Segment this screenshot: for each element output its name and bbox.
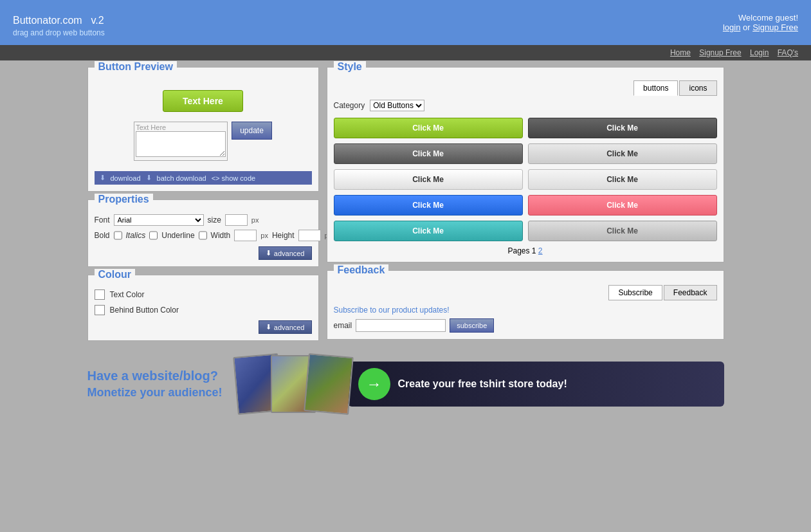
or-text: or [743, 23, 751, 32]
colour-advanced-button[interactable]: ⬇ advanced [259, 320, 312, 334]
style-btn-9[interactable]: Click Me [528, 221, 717, 241]
site-title: Buttonator.com v.2 [13, 8, 105, 28]
subscribe-button[interactable]: subscribe [450, 318, 494, 333]
width-px: px [260, 232, 268, 239]
font-select[interactable]: Arial Verdana Times New Roman Georgia [114, 214, 204, 226]
sep1: ⬇ [146, 174, 152, 182]
download-link[interactable]: download [111, 174, 141, 182]
tab-feedback[interactable]: Feedback [664, 285, 717, 300]
email-input[interactable] [356, 319, 446, 332]
style-btn-3[interactable]: Click Me [528, 143, 717, 164]
welcome-text: Welcome guest! [723, 13, 798, 23]
width-label: Width [211, 231, 231, 240]
style-btn-1[interactable]: Click Me [528, 118, 717, 138]
category-label: Category [334, 101, 365, 110]
style-btn-4[interactable]: Click Me [334, 169, 523, 190]
preview-toolbar: ⬇ download ⬇ batch download <> show code [95, 171, 312, 185]
style-title: Style [334, 61, 366, 73]
input-placeholder-label: Text Here [136, 124, 226, 131]
category-row: Category Old Buttons Modern Flat 3D Mini… [334, 100, 717, 111]
colour-title: Colour [95, 269, 136, 280]
behind-color-row: Behind Button Color [95, 305, 312, 315]
promo-banner[interactable]: → Create your free tshirt store today! [348, 362, 724, 407]
bold-label: Bold [95, 231, 110, 240]
style-btn-0[interactable]: Click Me [334, 118, 523, 138]
page1: 1 [532, 246, 536, 255]
tab-subscribe[interactable]: Subscribe [608, 285, 662, 300]
tab-icons[interactable]: icons [679, 80, 716, 96]
preview-area: Text Here Text Here update [95, 80, 312, 167]
nav-signup[interactable]: Signup Free [699, 48, 741, 57]
underline-label: Underline [161, 231, 194, 240]
properties-title: Properties [95, 194, 153, 205]
style-btn-8[interactable]: Click Me [334, 221, 523, 241]
batch-download-link[interactable]: batch download [157, 174, 206, 182]
font-row: Font Arial Verdana Times New Roman Georg… [95, 214, 312, 226]
down-arrow-icon: ⬇ [266, 249, 271, 257]
behind-color-swatch[interactable] [95, 305, 105, 315]
height-label: Height [272, 231, 295, 240]
properties-advanced-button[interactable]: ⬇ advanced [259, 246, 312, 260]
show-code-link[interactable]: <> show code [212, 174, 256, 182]
colour-down-icon: ⬇ [266, 323, 271, 331]
subscribe-text: Subscribe to our product updates! [334, 306, 717, 315]
text-color-label: Text Color [110, 290, 145, 299]
promo-banner-wrapper: → Create your free tshirt store today! [235, 355, 724, 413]
underline-checkbox[interactable] [199, 231, 207, 240]
text-input-area: Text Here update [134, 122, 272, 161]
nav-home[interactable]: Home [670, 48, 691, 57]
style-btn-6[interactable]: Click Me [334, 195, 523, 216]
style-tab-row: buttons icons [334, 80, 717, 96]
pages-row: Pages 1 2 [334, 246, 717, 255]
promo-text: Have a website/blog? Monetize your audie… [87, 369, 223, 399]
preview-button[interactable]: Text Here [163, 90, 243, 112]
bold-checkbox[interactable] [114, 231, 122, 240]
size-input[interactable] [225, 214, 248, 226]
nav-faq[interactable]: FAQ's [778, 48, 798, 57]
text-color-swatch[interactable] [95, 289, 105, 300]
promo-images [235, 355, 342, 413]
colour-advanced-row: ⬇ advanced [95, 320, 312, 334]
nav-login[interactable]: Login [750, 48, 769, 57]
size-label: size [208, 216, 221, 225]
promo-section: Have a website/blog? Monetize your audie… [81, 355, 731, 413]
italics-label: Italics [126, 231, 146, 240]
promo-img-3 [304, 353, 354, 415]
italics-checkbox[interactable] [149, 231, 158, 240]
button-preview-section: Button Preview Text Here Text Here updat… [87, 67, 319, 192]
colour-advanced-label: advanced [274, 324, 305, 331]
text-color-row: Text Color [95, 289, 312, 300]
colour-section: Colour Text Color Behind Button Color ⬇ … [87, 275, 319, 341]
update-button[interactable]: update [232, 122, 272, 140]
style-btn-7[interactable]: Click Me [528, 195, 717, 216]
left-column: Button Preview Text Here Text Here updat… [87, 67, 319, 349]
style-btn-5[interactable]: Click Me [528, 169, 717, 190]
feedback-section: Feedback Subscribe Feedback Subscribe to… [327, 270, 724, 340]
size-px: px [251, 216, 259, 224]
header: Buttonator.com v.2 drag and drop web but… [0, 0, 811, 45]
style-btn-2[interactable]: Click Me [334, 143, 523, 164]
tab-buttons[interactable]: buttons [633, 80, 678, 96]
header-right: Welcome guest! login or Signup Free [723, 13, 798, 32]
promo-line1: Have a website/blog? [87, 369, 223, 383]
height-input[interactable] [298, 230, 321, 241]
behind-color-label: Behind Button Color [110, 306, 179, 315]
email-row: email subscribe [334, 318, 717, 333]
style-row: Bold Italics Underline Width 100 px Heig… [95, 230, 312, 241]
font-label: Font [95, 216, 110, 225]
category-select[interactable]: Old Buttons Modern Flat 3D Minimal [370, 100, 424, 111]
login-link[interactable]: login [723, 23, 740, 32]
promo-line2: Monetize your audience! [87, 386, 223, 399]
text-input[interactable] [136, 131, 226, 157]
width-input[interactable]: 100 [234, 230, 257, 241]
page2-link[interactable]: 2 [538, 246, 543, 255]
version-label: v.2 [91, 15, 104, 26]
signup-link[interactable]: Signup Free [752, 23, 798, 32]
props-advanced-label: advanced [274, 250, 305, 257]
header-left: Buttonator.com v.2 drag and drop web but… [13, 8, 105, 37]
properties-section: Properties Font Arial Verdana Times New … [87, 199, 319, 267]
site-subtitle: drag and drop web buttons [13, 28, 105, 37]
download-icon: ⬇ [100, 174, 105, 182]
arrow-icon: → [358, 368, 390, 400]
main-content: Button Preview Text Here Text Here updat… [81, 67, 731, 349]
